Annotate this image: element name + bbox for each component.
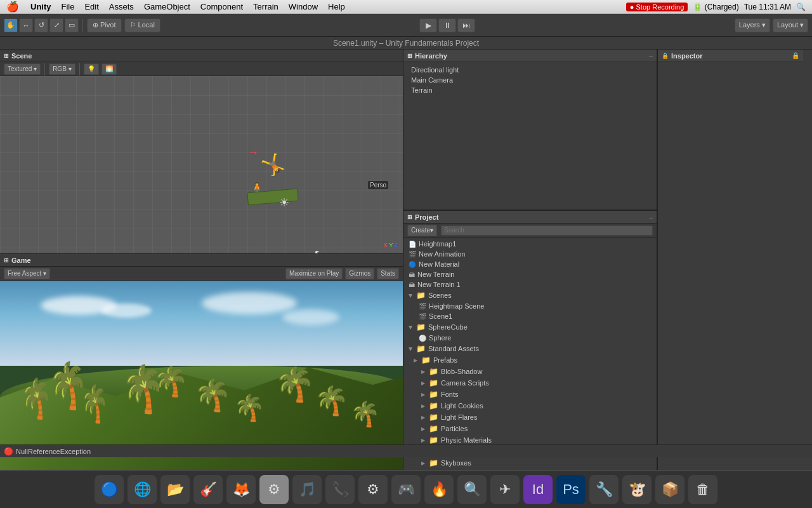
- project-item-new-animation[interactable]: 🎬 New Animation: [403, 249, 657, 259]
- project-item-blob-shadow[interactable]: ▶ 📁 Blob-Shadow: [403, 366, 657, 377]
- dock-indesign[interactable]: Id: [523, 475, 553, 504]
- project-item-skyboxes[interactable]: ▶ 📁 Skyboxes: [403, 457, 657, 469]
- rect-tool[interactable]: ▭: [65, 18, 79, 32]
- dock-search[interactable]: 🔍: [457, 475, 487, 504]
- toolbar-right: Layers ▾ Layout ▾: [735, 18, 808, 32]
- project-item-spherecube[interactable]: ▶ 📁 SphereCube: [403, 321, 657, 333]
- game-canvas[interactable]: 🌴 🌴 🌴 🌴 🌴 🌴 🌴 🌴 🌴 🌴: [0, 281, 403, 470]
- dock-travel[interactable]: ✈: [490, 475, 520, 504]
- heightmap-scene-label: Heightmap Scene: [429, 302, 484, 310]
- dock-cow[interactable]: 🐮: [622, 475, 652, 504]
- dock-game[interactable]: 🎮: [391, 475, 421, 504]
- dock-garageband[interactable]: 🎸: [193, 475, 223, 504]
- character-object[interactable]: 🤸: [260, 152, 285, 177]
- dock-photoshop[interactable]: Ps: [556, 475, 586, 504]
- sphere-icon: ⚪: [419, 335, 426, 342]
- dock-firefox[interactable]: 🦊: [226, 475, 256, 504]
- project-item-light-flares[interactable]: ▶ 📁 Light Flares: [403, 411, 657, 423]
- pivot-button[interactable]: ⊕ Pivot: [87, 18, 122, 32]
- project-item-scenes[interactable]: ▶ 📁 Scenes: [403, 290, 657, 301]
- layers-dropdown[interactable]: Layers ▾: [735, 18, 770, 32]
- hierarchy-collapse[interactable]: –: [649, 52, 653, 60]
- menu-assets[interactable]: Assets: [104, 2, 139, 11]
- project-item-scene1[interactable]: 🎬 Scene1: [403, 311, 657, 321]
- dock-finder[interactable]: 🔵: [95, 475, 124, 504]
- lighting-btn[interactable]: 💡: [84, 64, 99, 75]
- menu-gameobject[interactable]: GameObject: [139, 2, 195, 11]
- textured-mode-btn[interactable]: Textured ▾: [4, 64, 41, 75]
- create-btn[interactable]: Create ▾: [407, 225, 437, 236]
- inspector-lock-icon[interactable]: 🔒: [792, 52, 799, 59]
- dock-system-prefs[interactable]: ⚙: [358, 475, 388, 504]
- project-item-heightmap-scene[interactable]: 🎬 Heightmap Scene: [403, 301, 657, 311]
- hierarchy-item-directional-light[interactable]: Directional light: [403, 65, 657, 75]
- dock-package[interactable]: 📦: [655, 475, 684, 504]
- platform-character[interactable]: 🧍: [251, 182, 263, 194]
- maximize-on-play-btn[interactable]: Maximize on Play: [285, 268, 343, 279]
- hierarchy-item-main-camera[interactable]: Main Camera: [403, 75, 657, 85]
- scale-tool[interactable]: ⤢: [49, 18, 63, 32]
- hand-tool[interactable]: ✋: [4, 18, 18, 32]
- light-icon[interactable]: ☀: [279, 196, 289, 210]
- step-button[interactable]: ⏭: [457, 18, 475, 32]
- battery-status: 🔋 (Charged): [693, 3, 738, 11]
- new-terrain-1-icon: 🏔: [409, 281, 415, 288]
- project-item-new-terrain[interactable]: 🏔 New Terrain: [403, 269, 657, 279]
- error-text[interactable]: NullReferenceException: [16, 448, 91, 455]
- project-item-new-material[interactable]: 🔵 New Material: [403, 259, 657, 269]
- project-item-heightmap1[interactable]: 📄 Heightmap1: [403, 239, 657, 249]
- rotate-tool[interactable]: ↺: [34, 18, 48, 32]
- play-button[interactable]: ▶: [419, 18, 437, 32]
- menu-file[interactable]: File: [56, 2, 80, 11]
- project-item-new-terrain-1[interactable]: 🏔 New Terrain 1: [403, 279, 657, 290]
- scene-canvas[interactable]: 🤸 → Perso ☀ 🧍 ↖ X Y Z: [0, 76, 403, 253]
- project-content: 📄 Heightmap1 🎬 New Animation 🔵 New Mater…: [403, 237, 657, 470]
- menu-window[interactable]: Window: [284, 2, 323, 11]
- project-item-prefabs[interactable]: ▶ 📁 Prefabs: [403, 354, 657, 366]
- menu-unity[interactable]: Unity: [25, 2, 56, 11]
- spotlight-search-icon[interactable]: 🔍: [796, 3, 806, 11]
- menu-help[interactable]: Help: [323, 2, 350, 11]
- new-terrain-label: New Terrain: [417, 271, 455, 278]
- dock-tools[interactable]: 🔧: [589, 475, 619, 504]
- menu-terrain[interactable]: Terrain: [248, 2, 284, 11]
- project-item-light-cookies[interactable]: ▶ 📁 Light Cookies: [403, 400, 657, 411]
- project-search-input[interactable]: [441, 225, 653, 236]
- project-item-fonts[interactable]: ▶ 📁 Fonts: [403, 389, 657, 400]
- directional-light-label: Directional light: [411, 66, 459, 74]
- dock-facetime[interactable]: 📞: [325, 475, 355, 504]
- apple-menu[interactable]: 🍎: [0, 1, 25, 13]
- stats-btn[interactable]: Stats: [377, 268, 399, 279]
- spherecube-triangle: ▶: [408, 325, 414, 329]
- skybox-btn[interactable]: 🌅: [102, 64, 117, 75]
- project-item-standard-assets[interactable]: ▶ 📁 Standard Assets: [403, 343, 657, 354]
- dock-trash[interactable]: 🗑: [688, 475, 717, 504]
- standard-assets-label: Standard Assets: [428, 345, 479, 352]
- project-item-camera-scripts[interactable]: ▶ 📁 Camera Scripts: [403, 377, 657, 389]
- project-item-sphere[interactable]: ⚪ Sphere: [403, 333, 657, 343]
- game-tab[interactable]: ⊞ Game: [4, 257, 31, 264]
- move-tool[interactable]: ↔: [19, 18, 33, 32]
- menu-edit[interactable]: Edit: [79, 2, 103, 11]
- aspect-ratio-btn[interactable]: Free Aspect ▾: [4, 268, 50, 279]
- scene-tab[interactable]: ⊞ Scene: [4, 52, 32, 60]
- menu-component[interactable]: Component: [195, 2, 248, 11]
- pause-button[interactable]: ⏸: [438, 18, 456, 32]
- stop-recording-btn[interactable]: ● Stop Recording: [626, 3, 688, 11]
- physic-materials-triangle: ▶: [421, 438, 425, 443]
- local-button[interactable]: ⚐ Local: [124, 18, 160, 32]
- layout-dropdown[interactable]: Layout ▾: [773, 18, 808, 32]
- hierarchy-item-terrain[interactable]: Terrain: [403, 85, 657, 95]
- dock-itunes[interactable]: 🎵: [292, 475, 322, 504]
- dock-finder2[interactable]: 📂: [160, 475, 190, 504]
- dock-launchpad[interactable]: 🌐: [128, 475, 157, 504]
- dock-fire[interactable]: 🔥: [424, 475, 454, 504]
- project-collapse[interactable]: –: [649, 213, 653, 221]
- rgb-btn[interactable]: RGB ▾: [49, 64, 75, 75]
- project-item-particles[interactable]: ▶ 📁 Particles: [403, 423, 657, 434]
- gizmos-btn[interactable]: Gizmos: [345, 268, 374, 279]
- scenes-triangle: ▶: [408, 293, 414, 297]
- particles-triangle: ▶: [421, 426, 425, 432]
- inspector-header: 🔒 Inspector 🔒: [658, 50, 803, 62]
- dock-unity[interactable]: ⚙: [259, 475, 289, 504]
